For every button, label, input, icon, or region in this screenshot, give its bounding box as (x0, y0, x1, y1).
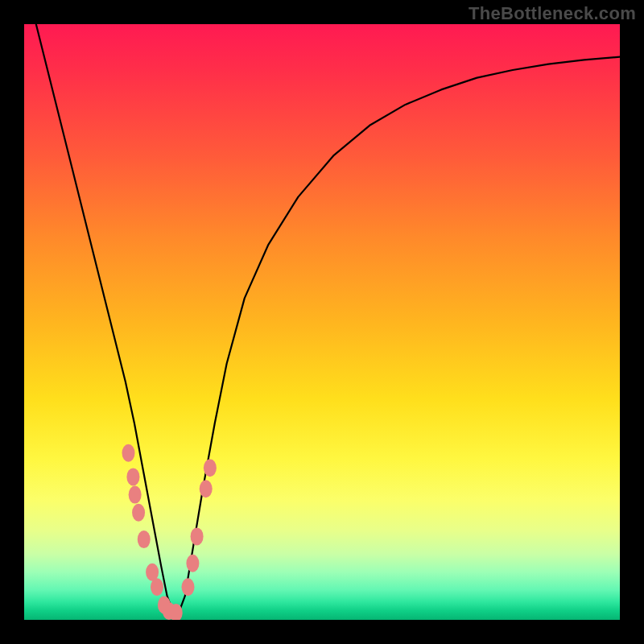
data-marker (200, 480, 213, 497)
curve-layer (24, 24, 620, 620)
data-marker (129, 486, 142, 504)
plot-area (24, 24, 620, 620)
data-marker (204, 459, 217, 477)
data-marker (191, 527, 204, 545)
marker-group (122, 444, 217, 620)
data-marker (132, 504, 145, 522)
data-marker (138, 530, 151, 548)
data-marker (126, 468, 139, 485)
bottleneck-curve (36, 24, 620, 620)
data-marker (122, 444, 135, 462)
watermark-text: TheBottleneck.com (469, 3, 636, 24)
data-marker (182, 578, 195, 596)
chart-frame: TheBottleneck.com (0, 0, 644, 644)
data-marker (186, 555, 199, 572)
data-marker (151, 578, 163, 596)
